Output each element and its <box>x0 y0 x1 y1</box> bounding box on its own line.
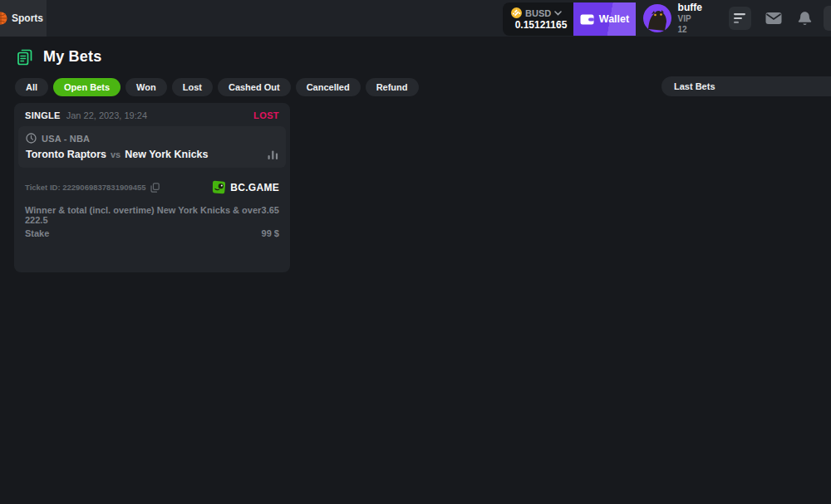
filter-lost[interactable]: Lost <box>172 78 213 96</box>
currency-balance: 0.15121165 <box>511 19 567 31</box>
filter-cashed-out[interactable]: Cashed Out <box>218 78 291 96</box>
busd-coin-icon <box>511 7 522 18</box>
bet-date: Jan 22, 2023, 19:24 <box>66 110 147 120</box>
chat-button[interactable] <box>824 6 831 31</box>
filter-all[interactable]: All <box>15 78 48 96</box>
brand-logo: BC.GAME <box>212 180 279 194</box>
sort-select-value: Last Bets <box>674 81 715 91</box>
username: buffe <box>678 2 702 14</box>
user-profile[interactable]: buffe VIP 12 <box>643 2 702 35</box>
ticket-id: Ticket ID: 2229069837831909455 <box>25 183 146 192</box>
bet-type: SINGLE <box>25 110 61 120</box>
ticket-row: Ticket ID: 2229069837831909455 BC.GAME <box>14 168 290 194</box>
sport-icon <box>26 133 37 144</box>
filter-refund[interactable]: Refund <box>366 78 419 96</box>
envelope-icon <box>765 12 782 25</box>
page-header: My Bets <box>15 37 816 74</box>
selection-odds: 3.65 <box>262 205 279 215</box>
brand-name: BC.GAME <box>230 182 279 193</box>
bet-card: SINGLE Jan 22, 2023, 19:24 LOST USA - NB… <box>14 103 290 272</box>
copy-icon[interactable] <box>150 183 160 193</box>
bets-list-button[interactable] <box>729 7 751 30</box>
stake-value: 99 $ <box>262 228 279 238</box>
match-block: USA - NBA Toronto Raptors vs New York Kn… <box>18 126 286 168</box>
wallet-label: Wallet <box>599 13 629 25</box>
list-icon <box>733 12 746 24</box>
basketball-icon <box>0 12 7 25</box>
wallet-button[interactable]: Wallet <box>573 2 635 36</box>
topbar-right: BUSD 0.15121165 Wallet <box>503 0 831 37</box>
notifications-button[interactable] <box>796 11 814 26</box>
bell-icon <box>798 11 812 26</box>
away-team: New York Knicks <box>125 149 208 160</box>
filter-open-bets[interactable]: Open Bets <box>53 78 120 96</box>
vip-level: VIP 12 <box>678 14 702 35</box>
stake-row: Stake 99 $ <box>25 228 279 238</box>
league-label: USA - NBA <box>42 134 90 144</box>
bet-slip-icon <box>17 49 33 66</box>
vs-separator: vs <box>111 149 120 159</box>
bet-card-header: SINGLE Jan 22, 2023, 19:24 LOST <box>14 103 290 126</box>
my-bets-page: My Bets All Open Bets Won Lost Cashed Ou… <box>0 37 831 97</box>
currency-selector[interactable]: BUSD 0.15121165 <box>503 2 573 36</box>
filter-cancelled[interactable]: Cancelled <box>296 78 361 96</box>
selection-label: Winner & total (incl. overtime) New York… <box>25 205 262 225</box>
stats-icon[interactable] <box>268 150 278 159</box>
home-team: Toronto Raptors <box>26 149 106 160</box>
filter-won[interactable]: Won <box>125 78 167 96</box>
bet-details: Winner & total (incl. overtime) New York… <box>14 194 290 238</box>
status-badge: LOST <box>253 110 279 120</box>
bcgame-mascot-icon <box>212 180 226 194</box>
inbox-button[interactable] <box>765 12 784 25</box>
stake-label: Stake <box>25 228 49 238</box>
topbar: Sports BUSD 0.15121165 <box>0 0 831 37</box>
page-title: My Bets <box>43 48 101 66</box>
currency-code: BUSD <box>525 8 551 18</box>
bet-selection-row: Winner & total (incl. overtime) New York… <box>25 205 279 225</box>
wallet-icon <box>580 13 594 25</box>
sort-select[interactable]: Last Bets <box>661 76 831 96</box>
tab-sports[interactable]: Sports <box>0 0 47 37</box>
tab-sports-label: Sports <box>12 12 43 24</box>
filter-bar: All Open Bets Won Lost Cashed Out Cancel… <box>15 77 816 97</box>
chevron-down-icon <box>554 11 562 16</box>
avatar <box>643 4 671 32</box>
